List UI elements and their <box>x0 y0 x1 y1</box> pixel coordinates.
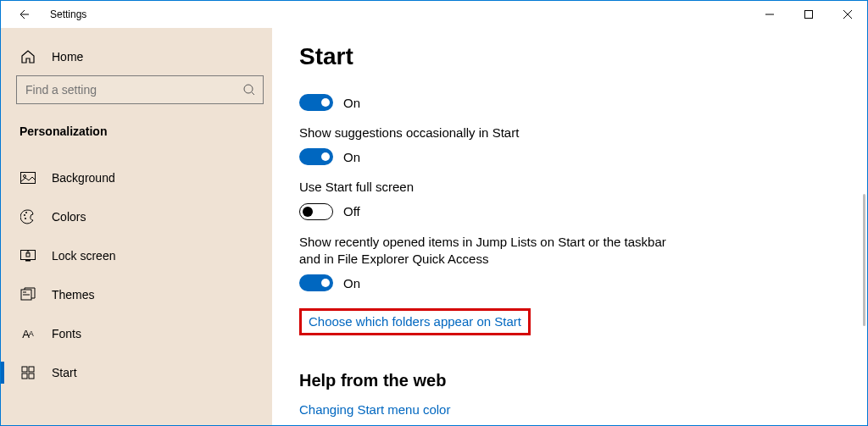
palette-icon <box>19 209 36 224</box>
toggle-value: On <box>343 150 360 164</box>
close-button[interactable] <box>828 1 867 28</box>
nav-label: Start <box>52 366 77 379</box>
svg-point-5 <box>24 175 26 178</box>
svg-rect-14 <box>29 367 34 372</box>
highlighted-link-box: Choose which folders appear on Start <box>299 308 531 335</box>
setting-label: Show suggestions occasionally in Start <box>299 124 681 141</box>
window-title: Settings <box>50 8 86 20</box>
setting-row-1: Show suggestions occasionally in Start O… <box>299 124 833 165</box>
titlebar: Settings <box>1 1 867 28</box>
sidebar-item-start[interactable]: Start <box>13 353 269 392</box>
page-title: Start <box>299 43 833 70</box>
nav-label: Fonts <box>52 327 81 340</box>
maximize-button[interactable] <box>789 1 828 28</box>
svg-rect-11 <box>26 253 30 257</box>
sidebar-item-fonts[interactable]: AA Fonts <box>13 314 269 353</box>
section-title: Personalization <box>13 111 269 150</box>
back-button[interactable] <box>16 8 36 21</box>
search-field[interactable] <box>25 83 242 97</box>
svg-point-2 <box>244 85 253 93</box>
help-link[interactable]: Changing Start menu color <box>299 402 450 417</box>
sidebar-item-background[interactable]: Background <box>13 158 269 197</box>
setting-label: Show recently opened items in Jump Lists… <box>299 234 681 268</box>
main-content: Start On Show suggestions occasionally i… <box>272 28 867 425</box>
svg-rect-1 <box>805 11 813 19</box>
setting-row-2: Use Start full screen Off <box>299 179 833 219</box>
sidebar: Home Personalization Background Colors L… <box>1 28 272 425</box>
scrollbar[interactable] <box>863 194 865 326</box>
setting-row-0: On <box>299 94 833 111</box>
toggle-value: Off <box>343 204 360 219</box>
svg-point-8 <box>25 218 26 219</box>
toggle-1[interactable] <box>299 148 333 165</box>
sidebar-item-lock-screen[interactable]: Lock screen <box>13 236 269 275</box>
nav-label: Lock screen <box>52 249 115 263</box>
setting-row-3: Show recently opened items in Jump Lists… <box>299 234 833 292</box>
start-icon <box>19 366 36 379</box>
image-icon <box>19 172 36 184</box>
themes-icon <box>19 287 36 302</box>
toggle-2[interactable] <box>299 203 333 220</box>
nav-label: Themes <box>52 288 95 302</box>
svg-line-3 <box>252 92 254 95</box>
svg-point-7 <box>25 212 27 213</box>
svg-point-6 <box>24 214 25 216</box>
window-controls <box>750 1 867 28</box>
toggle-3[interactable] <box>299 274 333 291</box>
nav-label: Background <box>52 171 115 185</box>
minimize-button[interactable] <box>750 1 789 28</box>
svg-rect-16 <box>29 373 34 379</box>
lock-screen-icon <box>19 250 36 262</box>
svg-rect-13 <box>22 367 27 372</box>
toggle-value: On <box>343 96 360 110</box>
sidebar-item-colors[interactable]: Colors <box>13 197 269 236</box>
home-icon <box>19 49 36 64</box>
nav-label: Colors <box>52 210 86 224</box>
sidebar-item-themes[interactable]: Themes <box>13 275 269 314</box>
search-input[interactable] <box>16 75 264 104</box>
sidebar-home[interactable]: Home <box>13 38 269 75</box>
svg-rect-10 <box>25 260 31 262</box>
svg-rect-15 <box>22 373 27 379</box>
choose-folders-link[interactable]: Choose which folders appear on Start <box>309 314 521 329</box>
setting-label: Use Start full screen <box>299 179 681 196</box>
svg-rect-9 <box>21 251 36 260</box>
home-label: Home <box>52 50 83 64</box>
fonts-icon: AA <box>19 328 36 340</box>
help-heading: Help from the web <box>299 371 833 390</box>
search-icon <box>242 83 256 97</box>
toggle-value: On <box>343 276 360 290</box>
toggle-0[interactable] <box>299 94 333 111</box>
